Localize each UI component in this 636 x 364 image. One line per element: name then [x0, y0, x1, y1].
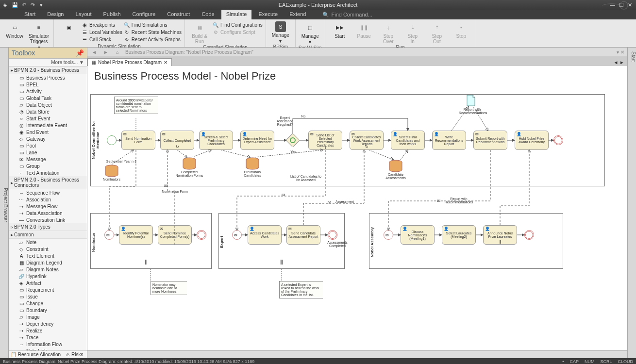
- task-screen-select[interactable]: 👤Screen & Select Preliminary Candidates: [199, 131, 233, 150]
- toolbox-section-types[interactable]: ▹ BPMN 2.0 Types: [9, 223, 87, 231]
- toolbox-item-sequence-flow[interactable]: →Sequence Flow: [9, 189, 87, 196]
- horizontal-scrollbar[interactable]: [87, 350, 627, 358]
- task-access-work[interactable]: 👤Access Candidates Work: [248, 225, 282, 245]
- tab-nav-icons[interactable]: ◄ ►: [610, 59, 627, 66]
- find-command[interactable]: 🔍Find Command...: [322, 10, 372, 19]
- task-submit-report[interactable]: ✉Submit Report with Recommendations: [473, 131, 507, 150]
- toolbox-item-gateway[interactable]: ◇Gateway: [9, 135, 87, 142]
- gateway-expert[interactable]: [286, 134, 299, 147]
- toolbox-item-text-element[interactable]: AText Element: [9, 252, 87, 259]
- toolbox-item-business-process[interactable]: ▭Business Process: [9, 74, 87, 81]
- task-collect-reports[interactable]: ✉Collect Candidates Work Assessment Repo…: [350, 131, 384, 150]
- toolbox-item-information-flow[interactable]: →Information Flow: [9, 341, 87, 347]
- ribbon-findsim[interactable]: 🔍Find Simulations: [123, 21, 182, 29]
- toolbox-risks[interactable]: ⚠ Risks: [66, 352, 83, 357]
- qat-dropdown-icon[interactable]: ▾: [38, 1, 45, 8]
- task-select-laureates[interactable]: 👤Select Laureates (Meeting2): [442, 225, 476, 245]
- end-event-nominator[interactable]: [197, 230, 206, 240]
- toolbox-item-constraint[interactable]: ◇Constraint: [9, 246, 87, 252]
- task-identify-nominee[interactable]: 👤Identify Potential Nominee(s): [119, 225, 153, 245]
- tab-extend[interactable]: Extend: [285, 10, 311, 19]
- toolbox-pin-icon[interactable]: 📌: [76, 49, 84, 57]
- tab-right-start[interactable]: Start: [631, 51, 636, 62]
- toolbox-item-note[interactable]: ▱Note: [9, 239, 87, 246]
- toolbox-item-intermediate-event[interactable]: ◎Intermediate Event: [9, 122, 87, 129]
- datastore-prelim[interactable]: [245, 157, 260, 170]
- ribbon-sysml-manage[interactable]: ⬚Manage▾: [299, 20, 322, 45]
- task-hold-ceremony[interactable]: 👤Hold Nobel Prize Award Ceremony: [515, 131, 549, 150]
- panel-close-icon[interactable]: ▾ ✕: [617, 50, 624, 55]
- task-send-list[interactable]: ✉Send List of Selected Preliminary Candi…: [308, 131, 342, 150]
- toolbox-section-common[interactable]: ▸ Common: [9, 231, 87, 239]
- tab-configure[interactable]: Configure: [128, 10, 161, 19]
- tab-publish[interactable]: Publish: [99, 10, 126, 19]
- diagram-canvas[interactable]: Business Process Model - Nobel Prize Nob…: [87, 66, 627, 350]
- toolbox-item-requirement[interactable]: ▭Requirement: [9, 286, 87, 293]
- dataobj-report[interactable]: [466, 94, 476, 107]
- toolbox-item-pool[interactable]: ▭Pool: [9, 142, 87, 149]
- nav-fwd-icon[interactable]: ►: [102, 49, 110, 55]
- qat-redo-icon[interactable]: ↷: [29, 1, 36, 8]
- ribbon-recentag[interactable]: ↻Recent Activity Graphs: [123, 36, 182, 43]
- toolbox-item-hyperlink[interactable]: 🔗Hyperlink: [9, 273, 87, 280]
- toolbox-item-change[interactable]: ▭Change: [9, 300, 87, 307]
- toolbox-item-data-association[interactable]: ⇢Data Association: [9, 210, 87, 216]
- toolbox-item-lane[interactable]: ▭Lane: [9, 149, 87, 156]
- toolbox-item-image[interactable]: ▱Image: [9, 314, 87, 320]
- task-collect-completed[interactable]: ✉Collect Completed↻: [160, 131, 194, 150]
- nav-home-icon[interactable]: ⌂: [114, 49, 121, 55]
- tab-design[interactable]: Design: [42, 10, 68, 19]
- tab-close-icon[interactable]: ✕: [164, 60, 167, 65]
- datastore-compforms[interactable]: [182, 157, 197, 170]
- start-event[interactable]: [107, 135, 117, 145]
- toolbox-item-diagram-notes[interactable]: ▱Diagram Notes: [9, 266, 87, 273]
- tab-execute[interactable]: Execute: [253, 10, 283, 19]
- ribbon-bpsim-manage[interactable]: SManage▾: [269, 20, 292, 44]
- toolbox-item-data-object[interactable]: ▱Data Object: [9, 101, 87, 108]
- start-event-nominator[interactable]: ✉: [104, 230, 114, 240]
- datastore-assess[interactable]: [388, 160, 403, 172]
- toolbox-item-trace[interactable]: ⇢Trace: [9, 334, 87, 341]
- toolbox-section-bp[interactable]: ▸ BPMN 2.0 - Business Process: [9, 66, 87, 74]
- tab-layout[interactable]: Layout: [70, 10, 96, 19]
- end-event-committee[interactable]: [553, 135, 563, 145]
- task-send-assessment[interactable]: ✉Send Candidate Assessment Report: [286, 225, 320, 245]
- doc-tab-nobel[interactable]: ▦Nobel Prize Process Diagram ✕: [87, 58, 172, 66]
- toolbox-item-realize[interactable]: ⇢Realize: [9, 327, 87, 334]
- toolbox-item-conversation-link[interactable]: —Conversation Link: [9, 216, 87, 223]
- tab-simulate[interactable]: Simulate: [221, 10, 252, 19]
- start-event-assembly[interactable]: ✉: [384, 230, 393, 240]
- toolbox-item-boundary[interactable]: ▭Boundary: [9, 307, 87, 314]
- tab-start[interactable]: Start: [19, 10, 40, 19]
- toolbox-item-global-task[interactable]: ▭Global Task: [9, 95, 87, 101]
- toolbox-item-issue[interactable]: ▭Issue: [9, 293, 87, 300]
- toolbox-item-text-annotation[interactable]: ⌐Text Annotation: [9, 169, 87, 176]
- qat-undo-icon[interactable]: ↶: [20, 1, 27, 8]
- toolbox-item-bpel[interactable]: ▭BPEL: [9, 81, 87, 88]
- ribbon-start[interactable]: ▶▶Start: [328, 20, 351, 44]
- ribbon-dynamic-icon[interactable]: ▣: [57, 20, 80, 43]
- ribbon-triggers-button[interactable]: ≡Simulator Triggers▾: [27, 20, 50, 50]
- task-write-recs[interactable]: 👤Write Recommendations Report: [432, 131, 466, 150]
- toolbox-more[interactable]: More tools... ▼: [9, 59, 87, 66]
- start-event-expert[interactable]: ✉: [232, 230, 242, 240]
- task-select-final[interactable]: 👤Select Final Candidates and their works: [391, 131, 425, 150]
- tab-construct[interactable]: Construct: [162, 10, 195, 19]
- ribbon-recentsm[interactable]: ↻Recent State Machines: [123, 29, 182, 36]
- tab-project-browser[interactable]: Project Browser: [3, 188, 8, 222]
- ribbon-breakpoints[interactable]: ◉Breakpoints: [81, 21, 122, 29]
- end-event-assembly[interactable]: [524, 230, 534, 240]
- toolbox-item-dependency[interactable]: ⇢Dependency: [9, 320, 87, 327]
- ribbon-findcfg[interactable]: 🔍Find Configurations: [212, 21, 263, 29]
- nav-back-icon[interactable]: ◄: [90, 49, 98, 55]
- datastore-nominators[interactable]: [104, 165, 119, 177]
- toolbox-section-bpconn[interactable]: ▸ BPMN 2.0 - Business Process Connectors: [9, 176, 87, 189]
- end-event-expert[interactable]: [328, 230, 337, 240]
- task-announce[interactable]: 👤Announce Nobel Prize Laureates|||: [483, 225, 517, 245]
- toolbox-res[interactable]: 📋 Resource Allocation: [11, 352, 61, 357]
- ribbon-window-button[interactable]: ▭Window: [3, 20, 26, 50]
- qat-save-icon[interactable]: 💾: [12, 1, 18, 8]
- task-discuss[interactable]: 👤Discuss Nominations (Meeting1): [401, 225, 435, 245]
- task-send-nomination[interactable]: ✉Send Nomination Form: [121, 131, 155, 150]
- note-expert[interactable]: A selected Expert is asked to assess the…: [279, 281, 323, 298]
